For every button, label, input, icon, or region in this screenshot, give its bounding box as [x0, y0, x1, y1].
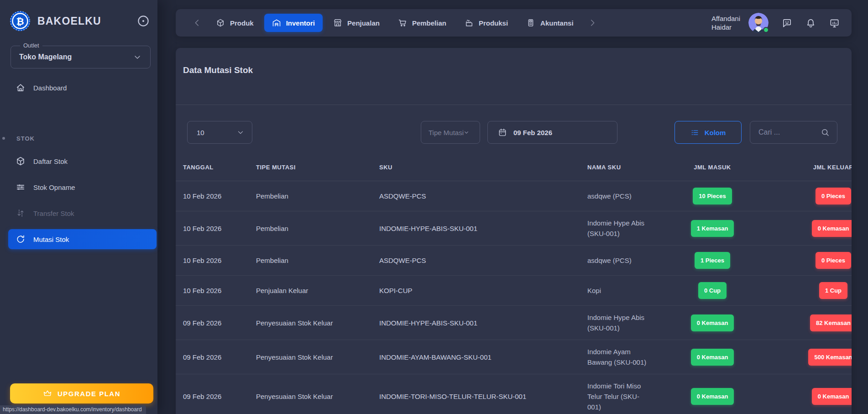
tipe-mutasi-select[interactable]: Tipe Mutasi	[421, 121, 480, 144]
cell-nama-sku: Indomie Ayam Bawang (SKU-001)	[580, 340, 678, 374]
cell-jml-masuk: 0 Kemasan	[678, 340, 747, 374]
tab-pembelian[interactable]: Pembelian	[390, 14, 454, 32]
cell-tipe-mutasi: Penyesuaian Stok Keluar	[249, 340, 372, 374]
cell-sku: INDOMIE-HYPE-ABIS-SKU-001	[372, 211, 580, 246]
calendar-icon	[498, 128, 507, 137]
date-value: 09 Feb 2026	[513, 129, 552, 136]
store-icon	[333, 18, 342, 27]
transfer-icon	[16, 208, 26, 218]
cell-sku: INDOMIE-AYAM-BAWANG-SKU-001	[372, 340, 580, 374]
nama-sku-text: Indomie Tori Miso Telur Telur (SKU-001)	[587, 381, 651, 412]
cell-nama-sku: Indomie Hype Abis (SKU-001)	[580, 306, 678, 340]
tab-label: Inventori	[286, 19, 315, 27]
refresh-icon	[16, 234, 26, 244]
chat-icon[interactable]	[782, 18, 792, 28]
tab-produksi[interactable]: Produksi	[457, 14, 516, 32]
upgrade-plan-label: UPGRADE PLAN	[58, 390, 120, 398]
jml-keluar-badge: 0 Pieces	[816, 188, 851, 204]
cell-jml-masuk: 1 Kemasan	[678, 211, 747, 246]
data-mutasi-stok-card: Data Mutasi Stok 10 Tipe Mutasi	[176, 48, 852, 414]
sidebar-item-transfer-stok[interactable]: Transfer Stok	[8, 203, 152, 223]
sliders-icon	[16, 182, 26, 192]
outlet-value: Toko Magelang	[19, 53, 72, 61]
cell-tanggal: 09 Feb 2026	[176, 374, 249, 414]
crown-icon	[43, 389, 52, 398]
header-nama-sku: NAMA SKU	[580, 153, 678, 181]
cell-tipe-mutasi: Pembelian	[249, 246, 372, 276]
header-tanggal: TANGGAL	[176, 153, 249, 181]
sidebar-pin-toggle-icon[interactable]	[136, 14, 150, 28]
cell-jml-masuk: 10 Pieces	[678, 181, 747, 211]
monitor-icon[interactable]	[829, 18, 840, 28]
user-name[interactable]: Affandani Haidar	[711, 14, 740, 31]
search-field[interactable]	[750, 121, 837, 144]
jml-keluar-badge: 82 Kemasan	[810, 314, 852, 331]
jml-masuk-badge: 0 Cup	[698, 282, 727, 299]
cell-jml-masuk: 0 Cup	[678, 276, 747, 306]
cell-tanggal: 10 Feb 2026	[176, 246, 249, 276]
top-navbar: Produk Inventori Penjualan Pembelian Pro	[176, 9, 852, 37]
upgrade-plan-button[interactable]: UPGRADE PLAN	[10, 383, 153, 404]
jml-masuk-badge: 0 Kemasan	[691, 388, 734, 405]
jml-masuk-badge: 10 Pieces	[693, 188, 732, 204]
cell-tipe-mutasi: Pembelian	[249, 181, 372, 211]
page-title: Data Mutasi Stok	[183, 65, 844, 75]
tab-akuntansi[interactable]: Akuntansi	[518, 14, 581, 32]
card-header: Data Mutasi Stok	[176, 48, 852, 105]
sidebar-item-label: Daftar Stok	[33, 157, 68, 165]
tab-label: Penjualan	[347, 19, 380, 27]
tab-inventori[interactable]: Inventori	[264, 14, 323, 32]
search-input[interactable]	[758, 128, 812, 136]
factory-icon	[465, 18, 474, 27]
bakoelku-logo-icon: ₿	[9, 10, 31, 32]
sidebar-item-label: Transfer Stok	[33, 210, 74, 217]
tab-penjualan[interactable]: Penjualan	[325, 14, 387, 32]
online-status-dot	[763, 27, 769, 33]
search-icon[interactable]	[821, 128, 830, 137]
sidebar-item-mutasi-stok[interactable]: Mutasi Stok	[8, 229, 157, 249]
avatar[interactable]	[748, 13, 769, 33]
cell-jml-keluar: 0 Kemasan	[747, 374, 852, 414]
cell-jml-keluar: 0 Kemasan	[747, 211, 852, 246]
cell-jml-keluar: 82 Kemasan	[747, 306, 852, 340]
jml-keluar-badge: 0 Kemasan	[812, 388, 852, 405]
table-header-row: TANGGAL TIPE MUTASI SKU NAMA SKU JML MAS…	[176, 153, 852, 181]
calculator-icon	[526, 18, 535, 27]
mutasi-stok-table-wrap: TANGGAL TIPE MUTASI SKU NAMA SKU JML MAS…	[176, 153, 852, 414]
jml-masuk-badge: 1 Pieces	[695, 252, 730, 269]
chevron-left-icon[interactable]	[192, 18, 202, 28]
kolom-button[interactable]: Kolom	[675, 121, 742, 144]
cell-sku: INDOMIE-TORI-MISO-TELUR-TELUR-SKU-001	[372, 374, 580, 414]
cell-nama-sku: Indomie Tori Miso Telur Telur (SKU-001)	[580, 374, 678, 414]
sidebar-item-daftar-stok[interactable]: Daftar Stok	[8, 151, 152, 171]
section-label-text: STOK	[16, 135, 35, 142]
chevron-down-icon	[463, 129, 470, 136]
main-content: Produk Inventori Penjualan Pembelian Pro	[157, 0, 868, 414]
nama-sku-text: Kopi	[587, 285, 651, 296]
brand-name: BAKOELKU	[37, 15, 101, 27]
date-picker[interactable]: 09 Feb 2026	[487, 121, 617, 144]
chevron-down-icon	[133, 52, 142, 62]
cell-tipe-mutasi: Penyesuaian Stok Keluar	[249, 306, 372, 340]
section-dot-icon	[2, 137, 5, 140]
cell-tipe-mutasi: Pembelian	[249, 211, 372, 246]
cell-jml-masuk: 0 Kemasan	[678, 306, 747, 340]
cell-tipe-mutasi: Penyesuaian Stok Keluar	[249, 374, 372, 414]
cell-jml-masuk: 0 Kemasan	[678, 374, 747, 414]
jml-keluar-badge: 1 Cup	[819, 282, 847, 299]
cell-tipe-mutasi: Penjualan Keluar	[249, 276, 372, 306]
sidebar-item-dashboard[interactable]: Dashboard	[8, 78, 152, 98]
tab-label: Pembelian	[412, 19, 446, 27]
table-row: 09 Feb 2026Penyesuaian Stok KeluarINDOMI…	[176, 306, 852, 340]
sidebar-item-stok-opname[interactable]: Stok Opname	[8, 177, 152, 197]
jml-keluar-badge: 0 Pieces	[816, 252, 851, 269]
bell-icon[interactable]	[805, 18, 816, 28]
divider	[176, 105, 852, 105]
chevron-right-icon[interactable]	[587, 18, 597, 28]
cube-icon	[216, 18, 225, 27]
cell-jml-keluar: 0 Pieces	[747, 246, 852, 276]
outlet-select[interactable]: Outlet Toko Magelang	[10, 46, 151, 68]
tab-produk[interactable]: Produk	[208, 14, 261, 32]
page-size-select[interactable]: 10	[187, 121, 252, 144]
sidebar-item-label: Dashboard	[33, 84, 67, 92]
